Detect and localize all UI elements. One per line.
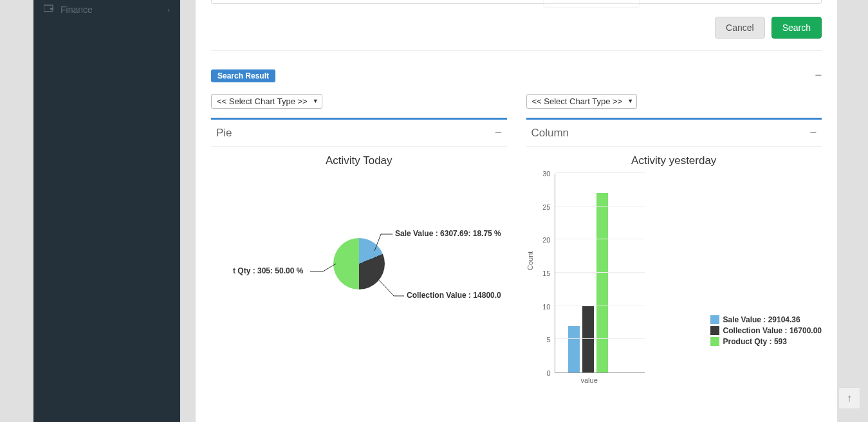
column-panel: Column − Activity yesterday Count 051015…: [526, 118, 822, 400]
svg-rect-1: [50, 8, 53, 10]
pie-panel: Pie − Activity Today Sale Va: [211, 118, 507, 419]
left-column: << Select Chart Type >> Pie − Activity T…: [211, 94, 507, 419]
pie-line-1: [374, 234, 392, 251]
legend-label: Sale Value : 29104.36: [723, 315, 800, 324]
y-tick: 15: [542, 270, 550, 277]
pie-line-2: [376, 277, 404, 296]
legend-label: Product Qty : 593: [723, 337, 787, 346]
pie-label-sale: Sale Value : 6307.69: 18.75 %: [395, 229, 501, 238]
filter-input-1[interactable]: [543, 0, 640, 8]
bar-chart-title: Activity yesterday: [529, 154, 820, 167]
filter-panel: [211, 0, 822, 4]
arrow-up-icon: ↑: [847, 392, 852, 404]
pie-panel-title: Pie: [216, 127, 232, 140]
sidebar-item-finance[interactable]: Finance ‹: [33, 0, 180, 21]
collapse-column-icon[interactable]: −: [809, 126, 817, 140]
y-tick: 0: [546, 369, 550, 377]
column-panel-title: Column: [531, 127, 569, 140]
legend-label: Collection Value : 16700.00: [723, 326, 822, 335]
wallet-icon: [44, 4, 54, 15]
legend-item-collection: Collection Value : 16700.00: [710, 326, 822, 335]
y-axis: 051015202530: [529, 174, 555, 373]
cancel-button[interactable]: Cancel: [715, 17, 765, 39]
chart-type-select-left[interactable]: << Select Chart Type >>: [211, 94, 322, 109]
right-column: << Select Chart Type >> Column − Activit…: [526, 94, 822, 419]
plot-area: value: [555, 174, 645, 373]
legend-swatch: [710, 315, 719, 324]
collapse-section-icon[interactable]: −: [815, 69, 822, 82]
scroll-top-button[interactable]: ↑: [838, 387, 860, 409]
y-tick: 25: [542, 203, 550, 211]
chevron-left-icon: ‹: [167, 6, 170, 14]
pie-label-product: t Qty : 305: 50.00 %: [233, 266, 303, 275]
search-button[interactable]: Search: [771, 17, 822, 39]
legend-item-sale: Sale Value : 29104.36: [710, 315, 822, 324]
section-header: Search Result −: [211, 69, 822, 82]
pie-label-collection: Collection Value : 14800.0: [407, 291, 501, 300]
bar-sale: [568, 326, 580, 372]
y-tick: 10: [542, 303, 550, 311]
grid-line: [555, 206, 645, 206]
x-axis-label: value: [581, 376, 598, 384]
legend-swatch: [710, 337, 719, 346]
search-result-badge: Search Result: [211, 69, 275, 82]
grid-line: [555, 306, 645, 306]
grid-line: [555, 172, 645, 173]
pie-chart: Sale Value : 6307.69: 18.75 % Collection…: [214, 238, 504, 412]
y-tick: 20: [542, 236, 550, 244]
legend-swatch: [710, 326, 719, 335]
bar-legend: Sale Value : 29104.36Collection Value : …: [710, 315, 822, 348]
bars-group: [568, 174, 608, 372]
action-bar: Cancel Search: [211, 17, 822, 51]
pie-lines-svg: [214, 238, 504, 412]
pie-line-3: [310, 264, 336, 271]
y-tick: 5: [546, 336, 550, 344]
collapse-pie-icon[interactable]: −: [495, 126, 502, 140]
grid-line: [555, 272, 645, 273]
sidebar: Finance ‹: [33, 0, 180, 422]
chart-type-select-right[interactable]: << Select Chart Type >>: [526, 94, 638, 109]
sidebar-item-label: Finance: [60, 5, 93, 15]
bar-product: [596, 193, 608, 372]
legend-item-product: Product Qty : 593: [710, 337, 822, 346]
grid-line: [555, 338, 645, 339]
bar-chart: Count 051015202530 value Sale Value : 29…: [529, 174, 820, 392]
grid-line: [555, 239, 645, 239]
y-tick: 30: [542, 170, 550, 178]
main-content: Cancel Search Search Result − << Select …: [196, 0, 837, 422]
pie-chart-title: Activity Today: [214, 154, 504, 167]
